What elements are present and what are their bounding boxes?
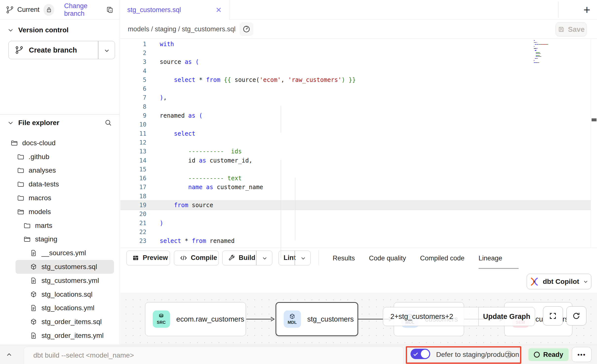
code-text: ---------- text <box>160 175 242 182</box>
scrollbar-thumb[interactable] <box>592 118 597 121</box>
preview-button[interactable]: Preview <box>126 251 170 265</box>
line-number: 3 <box>120 58 147 65</box>
chevron-down-icon <box>583 279 589 285</box>
copy-branch-icon[interactable] <box>106 6 114 14</box>
code-line-17[interactable]: 17 name as customer_name <box>120 183 591 192</box>
tree-item-label: analyses <box>29 166 56 174</box>
new-tab-button[interactable]: + <box>579 2 595 17</box>
tree-item-stg-customers-sql[interactable]: stg_customers.sql <box>16 260 114 274</box>
code-line-20[interactable]: 20 <box>120 210 591 218</box>
code-line-7[interactable]: 7), <box>120 93 591 102</box>
status-badge[interactable]: Ready <box>528 348 569 361</box>
close-icon[interactable]: ✕ <box>216 6 222 14</box>
code-line-13[interactable]: 13 ---------- ids <box>120 147 591 156</box>
create-branch-divider <box>98 41 98 59</box>
tree-item-docs-cloud[interactable]: docs-cloud <box>0 136 119 150</box>
code-line-21[interactable]: 21) <box>120 218 591 227</box>
tree-item-label: stg_order_items.yml <box>41 332 104 340</box>
code-line-5[interactable]: 5 select * from {{ source('ecom', 'raw_c… <box>120 75 591 84</box>
search-icon[interactable] <box>104 119 112 127</box>
fullscreen-button[interactable] <box>543 306 563 326</box>
code-line-9[interactable]: 9renamed as ( <box>120 111 591 120</box>
chevron-down-icon <box>7 120 14 126</box>
code-line-2[interactable]: 2 <box>120 49 591 57</box>
code-line-8[interactable]: 8 <box>120 102 591 111</box>
code-line-16[interactable]: 16 ---------- text <box>120 174 591 183</box>
lint-dropdown-chevron[interactable] <box>300 255 306 261</box>
tree-item-label: data-tests <box>29 180 59 188</box>
tree-item--sources-yml[interactable]: __sources.yml <box>0 246 119 260</box>
branch-lock-chip <box>43 4 54 16</box>
more-options-button[interactable]: ••• <box>572 347 592 362</box>
line-number: 18 <box>120 193 147 200</box>
code-line-11[interactable]: 11 select <box>120 129 591 138</box>
build-button[interactable]: Build <box>222 251 272 265</box>
file-icon <box>30 332 37 339</box>
update-graph-button[interactable]: Update Graph <box>479 312 535 321</box>
refresh-button[interactable] <box>566 306 586 326</box>
lineage-node-stg-customers[interactable]: MDL stg_customers <box>276 302 358 336</box>
create-branch-button[interactable]: Create branch <box>8 41 115 59</box>
code-text: select <box>160 130 196 137</box>
compile-button[interactable]: Compile <box>174 251 219 265</box>
code-line-1[interactable]: 1with <box>120 40 591 49</box>
tree-item-label: marts <box>35 222 52 230</box>
tree-item-analyses[interactable]: analyses <box>0 164 119 178</box>
code-text: select * from {{ source('ecom', 'raw_cus… <box>160 76 356 83</box>
tree-item-stg-order-items-yml[interactable]: stg_order_items.yml <box>0 329 119 343</box>
code-line-4[interactable]: 4 <box>120 66 591 75</box>
tree-item-stg-order-items-sql[interactable]: stg_order_items.sql <box>0 315 119 329</box>
code-editor[interactable]: 1with23source as (45 select * from {{ so… <box>120 39 597 248</box>
build-dropdown-chevron[interactable] <box>261 255 268 261</box>
node-label: ecom.raw_customers <box>176 315 244 323</box>
create-branch-dropdown[interactable] <box>103 47 110 54</box>
lock-icon <box>46 6 52 13</box>
code-line-6[interactable]: 6 <box>120 84 591 93</box>
tree-item-models[interactable]: models <box>0 205 119 219</box>
save-button[interactable]: Save <box>556 22 587 36</box>
tree-item-data-tests[interactable]: data-tests <box>0 177 119 191</box>
code-line-18[interactable]: 18 <box>120 192 591 201</box>
panel-tab-compiled-code[interactable]: Compiled code <box>420 255 465 262</box>
tree-item-marts[interactable]: marts <box>0 219 119 233</box>
tree-item-staging[interactable]: staging <box>0 233 119 246</box>
panel-tab-results[interactable]: Results <box>333 255 355 262</box>
code-line-19[interactable]: 19 from source <box>120 201 591 210</box>
panel-tab-lineage[interactable]: Lineage <box>479 255 502 262</box>
editor-minimap[interactable] <box>534 40 564 63</box>
code-line-22[interactable]: 22 <box>120 228 591 237</box>
code-line-10[interactable]: 10 <box>120 120 591 129</box>
file-tree: docs-cloud.githubanalysesdata-testsmacro… <box>0 136 119 343</box>
tree-item-label: docs-cloud <box>22 139 56 147</box>
code-line-15[interactable]: 15 <box>120 165 591 174</box>
lineage-selector-input[interactable]: 2+stg_customers+2 <box>383 312 478 321</box>
lineage-node-source[interactable]: SRC ecom.raw_customers <box>145 302 246 336</box>
command-input[interactable]: dbt build --select <model_name> <box>24 347 404 364</box>
code-line-14[interactable]: 14 id as customer_id, <box>120 156 591 165</box>
dbt-copilot-button[interactable]: dbt Copilot <box>527 274 591 289</box>
tree-item-macros[interactable]: macros <box>0 191 119 205</box>
panel-tab-code-quality[interactable]: Code quality <box>369 255 406 262</box>
collapse-panel-chevron[interactable] <box>5 351 13 358</box>
tree-item-stg-customers-yml[interactable]: stg_customers.yml <box>0 274 119 288</box>
line-number: 13 <box>120 148 147 155</box>
version-control-header[interactable]: Version control <box>0 20 120 34</box>
code-line-12[interactable]: 12 <box>120 138 591 147</box>
lint-button[interactable]: Lint <box>279 251 311 265</box>
tree-item-stg-locations-yml[interactable]: stg_locations.yml <box>0 301 119 315</box>
line-number: 19 <box>120 202 147 209</box>
lineage-canvas[interactable]: SRC ecom.raw_customers MDL stg_customers… <box>120 293 597 345</box>
toggle-knob <box>421 350 429 358</box>
tree-item-stg-locations-sql[interactable]: stg_locations.sql <box>0 288 119 301</box>
help-icon[interactable]: ? <box>505 351 512 358</box>
line-number: 8 <box>120 103 147 110</box>
change-branch-link[interactable]: Change branch <box>64 2 106 18</box>
code-line-3[interactable]: 3source as ( <box>120 57 591 66</box>
tab-stg-customers-sql[interactable]: stg_customers.sql ✕ <box>120 0 229 20</box>
defer-toggle[interactable] <box>410 349 430 359</box>
code-line-23[interactable]: 23select * from renamed <box>120 237 591 245</box>
node-label: stg_customers <box>307 315 354 323</box>
file-health-chip[interactable] <box>240 22 253 36</box>
tree-item--github[interactable]: .github <box>0 150 119 164</box>
code-text: from source <box>160 202 213 209</box>
